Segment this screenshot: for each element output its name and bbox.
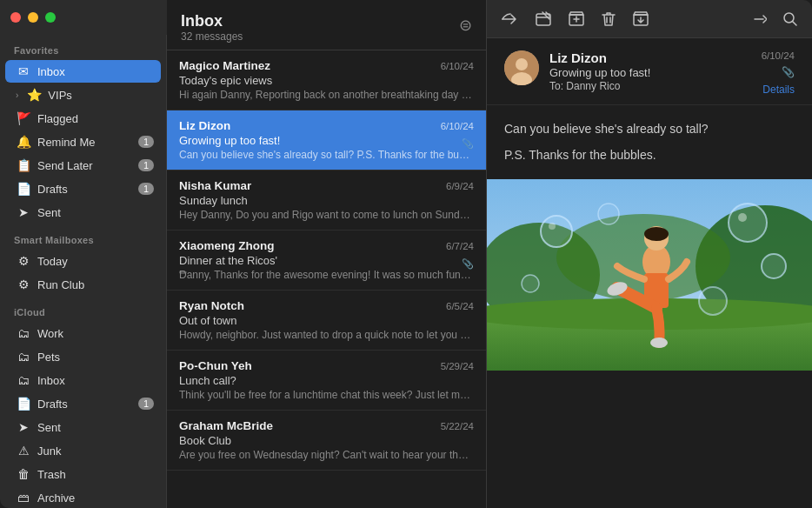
- search-icon[interactable]: [782, 11, 798, 27]
- icloud-drafts-icon: 📄: [16, 396, 31, 411]
- sidebar-item-label: Drafts: [37, 398, 132, 411]
- sidebar-item-icloud-drafts[interactable]: 📄Drafts1: [5, 392, 161, 415]
- message-subject: Today's epic views: [179, 74, 474, 87]
- icloud-archive-icon: 🗃: [16, 490, 31, 505]
- svg-point-22: [729, 204, 767, 242]
- message-sender: Xiaomeng Zhong: [179, 239, 275, 252]
- message-preview: Hey Danny, Do you and Rigo want to come …: [179, 209, 474, 221]
- sidebar-item-run-club[interactable]: ⚙Run Club: [5, 273, 161, 296]
- maximize-button[interactable]: [45, 12, 56, 23]
- remind-me-icon: 🔔: [16, 134, 31, 150]
- inbox-icon: ✉: [16, 64, 31, 79]
- chevron-icon: ›: [16, 90, 18, 100]
- sidebar-badge: 1: [138, 136, 154, 148]
- sidebar-item-inbox[interactable]: ✉Inbox: [5, 60, 161, 83]
- sidebar-item-vips[interactable]: ›⭐VIPs: [5, 84, 161, 106]
- sidebar-item-send-later[interactable]: 📋Send Later1: [5, 154, 161, 177]
- trash-move-icon[interactable]: [633, 11, 649, 27]
- icloud-sent-icon: ➤: [16, 419, 31, 435]
- minimize-button[interactable]: [28, 12, 38, 23]
- titlebar: [0, 0, 167, 35]
- icloud-junk-icon: ⚠: [16, 443, 31, 458]
- details-link[interactable]: Details: [762, 84, 795, 96]
- sidebar-item-label: Pets: [37, 351, 154, 364]
- avatar: [504, 50, 539, 85]
- message-date: 6/5/24: [446, 301, 474, 311]
- sidebar-item-icloud-archive[interactable]: 🗃Archive: [5, 486, 161, 508]
- message-preview: Howdy, neighbor. Just wanted to drop a q…: [179, 329, 474, 341]
- body-line2: P.S. Thanks for the bubbles.: [504, 145, 795, 164]
- sidebar-item-label: Flagged: [37, 112, 154, 125]
- message-item[interactable]: Xiaomeng Zhong6/7/24Dinner at the Ricos'…: [167, 231, 486, 291]
- run-club-icon: ⚙: [16, 277, 31, 292]
- filter-icon[interactable]: ⊜: [459, 16, 472, 35]
- delete-icon[interactable]: [602, 11, 616, 27]
- message-header: Ryan Notch6/5/24: [179, 299, 474, 312]
- detail-toolbar: [487, 0, 812, 38]
- message-item[interactable]: Magico Martinez6/10/24Today's epic views…: [167, 50, 486, 110]
- message-item[interactable]: Liz Dizon6/10/24Growing up too fast!Can …: [167, 110, 486, 170]
- detail-to: To: Danny Rico: [549, 80, 751, 92]
- message-subject: Dinner at the Ricos': [179, 254, 474, 267]
- message-subject: Out of town: [179, 314, 474, 327]
- sidebar-item-icloud-junk[interactable]: ⚠Junk: [5, 439, 161, 462]
- sidebar-badge: 1: [138, 398, 154, 410]
- svg-point-18: [650, 338, 668, 348]
- message-subject: Lunch call?: [179, 374, 474, 387]
- message-item[interactable]: Nisha Kumar6/9/24Sunday lunchHey Danny, …: [167, 170, 486, 231]
- reply-icon[interactable]: [501, 12, 518, 26]
- draft-icon: ✏: [179, 267, 187, 278]
- sidebar-item-remind-me[interactable]: 🔔Remind Me1: [5, 130, 161, 153]
- sidebar-item-today[interactable]: ⚙Today: [5, 250, 161, 272]
- sidebar-badge: 1: [138, 183, 154, 195]
- message-sender: Liz Dizon: [179, 119, 230, 132]
- sidebar-item-icloud-work[interactable]: 🗂Work: [5, 322, 161, 344]
- message-header: Po-Chun Yeh5/29/24: [179, 359, 474, 372]
- sidebar-item-flagged[interactable]: 🚩Flagged: [5, 107, 161, 130]
- vips-icon: ⭐: [26, 87, 42, 103]
- sidebar-item-label: Today: [37, 255, 154, 268]
- detail-date: 6/10/24: [762, 50, 795, 61]
- compose-icon[interactable]: [536, 11, 551, 27]
- detail-body: Can you believe she's already so tall? P…: [487, 105, 812, 179]
- message-item[interactable]: Po-Chun Yeh5/29/24Lunch call?Think you'l…: [167, 351, 486, 411]
- more-icon[interactable]: [751, 11, 767, 27]
- detail-header: Liz Dizon Growing up too fast! To: Danny…: [487, 38, 812, 105]
- sidebar-item-label: Trash: [37, 468, 154, 481]
- sidebar-section-label: Favorites: [0, 35, 166, 59]
- to-name: Danny Rico: [566, 80, 620, 92]
- message-sender: Magico Martinez: [179, 59, 270, 72]
- archive-icon[interactable]: [569, 11, 584, 27]
- message-preview: Think you'll be free for a lunchtime cha…: [179, 389, 474, 401]
- message-list-panel: Inbox 32 messages ⊜ Magico Martinez6/10/…: [167, 0, 487, 508]
- sidebar-item-icloud-sent[interactable]: ➤Sent: [5, 416, 161, 438]
- sidebar-item-label: VIPs: [48, 89, 154, 102]
- svg-point-5: [516, 58, 528, 70]
- sidebar-item-icloud-trash[interactable]: 🗑Trash: [5, 463, 161, 485]
- sidebar-item-label: Inbox: [37, 65, 154, 78]
- sidebar-item-icloud-inbox[interactable]: 🗂Inbox: [5, 369, 161, 391]
- message-preview: Hi again Danny, Reporting back on anothe…: [179, 89, 474, 101]
- svg-point-32: [549, 223, 556, 230]
- message-item[interactable]: Graham McBride5/22/24Book ClubAre you fr…: [167, 411, 486, 471]
- close-button[interactable]: [10, 12, 21, 23]
- message-subject: Growing up too fast!: [179, 134, 474, 147]
- svg-point-30: [598, 204, 619, 224]
- icloud-pets-icon: 🗂: [16, 349, 31, 364]
- message-sender: Nisha Kumar: [179, 179, 251, 192]
- detail-sender-name: Liz Dizon: [549, 50, 751, 65]
- message-date: 6/10/24: [441, 61, 474, 71]
- svg-point-24: [762, 254, 786, 278]
- sidebar-item-sent[interactable]: ➤Sent: [5, 201, 161, 224]
- icloud-inbox-icon: 🗂: [16, 372, 31, 388]
- flagged-icon: 🚩: [16, 110, 31, 126]
- message-subject: Sunday lunch: [179, 194, 474, 207]
- message-header: Liz Dizon6/10/24: [179, 119, 474, 132]
- sidebar-item-icloud-pets[interactable]: 🗂Pets: [5, 345, 161, 368]
- sent-icon: ➤: [16, 204, 31, 220]
- sidebar-item-drafts[interactable]: 📄Drafts1: [5, 177, 161, 200]
- message-item[interactable]: Ryan Notch6/5/24Out of townHowdy, neighb…: [167, 291, 486, 351]
- detail-subject: Growing up too fast!: [549, 66, 751, 79]
- message-date: 6/10/24: [441, 121, 474, 131]
- message-sender: Graham McBride: [179, 419, 273, 432]
